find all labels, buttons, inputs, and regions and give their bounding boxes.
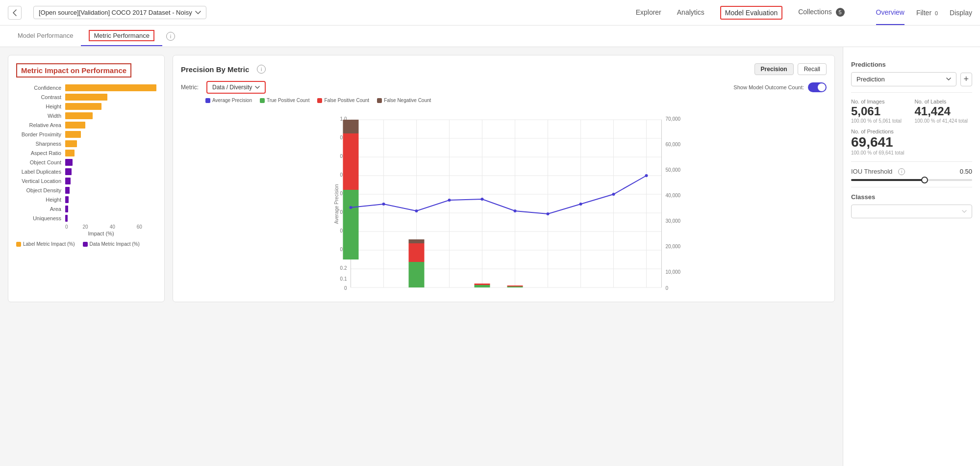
prediction-row: Prediction + (851, 72, 972, 86)
bar-row-label-duplicates: Label Duplicates (16, 168, 156, 175)
svg-text:0.010: 0.010 (345, 291, 356, 292)
svg-rect-45 (409, 239, 425, 243)
svg-point-57 (514, 209, 517, 212)
svg-text:Average Precision: Average Precision (334, 184, 339, 224)
iou-slider-fill (851, 179, 924, 181)
svg-point-55 (448, 199, 451, 202)
svg-text:30,000: 30,000 (666, 218, 681, 224)
svg-point-52 (350, 206, 352, 209)
tab-filter[interactable]: Filter 0 (916, 1, 938, 25)
svg-text:10,000: 10,000 (666, 269, 681, 275)
collections-badge: 5 (836, 8, 845, 17)
svg-text:20,000: 20,000 (666, 244, 681, 249)
svg-rect-49 (475, 285, 490, 287)
sub-tab-model-performance[interactable]: Model Performance (10, 26, 81, 46)
content-area: Metric Impact on Performance Confidence … (0, 47, 843, 466)
iou-info-icon[interactable]: i (898, 168, 905, 175)
nav-analytics[interactable]: Analytics (677, 0, 704, 25)
outcome-count-toggle[interactable] (808, 82, 827, 92)
svg-text:0.045: 0.045 (575, 291, 586, 292)
charts-row: Metric Impact on Performance Confidence … (8, 55, 835, 302)
precision-title: Precision By Metric (181, 65, 249, 74)
svg-point-54 (415, 209, 418, 212)
bar-row-height: Height (16, 103, 156, 110)
precision-buttons: Precision Recall (754, 63, 827, 75)
classes-dropdown[interactable]: ​ (851, 205, 972, 218)
nav-collections[interactable]: Collections 5 (798, 0, 844, 26)
bar-row-height2: Height (16, 196, 156, 203)
labels-stat: No. of Labels 41,424 100.00 % of 41,424 … (915, 99, 973, 124)
svg-text:60,000: 60,000 (666, 142, 681, 147)
tab-display[interactable]: Display (950, 1, 972, 25)
svg-text:0.030: 0.030 (477, 291, 488, 292)
bar-row-object-count: Object Count (16, 159, 156, 166)
svg-text:0.1: 0.1 (340, 276, 347, 282)
add-prediction-button[interactable]: + (960, 73, 972, 86)
iou-slider-thumb[interactable] (921, 177, 928, 183)
precision-panel: Precision By Metric i Precision Recall M… (173, 55, 835, 302)
right-sidebar: Predictions Prediction + No. of Images 5… (843, 47, 980, 466)
precision-header: Precision By Metric i Precision Recall (181, 63, 827, 75)
metric-impact-title: Metric Impact on Performance (16, 63, 131, 78)
svg-rect-44 (343, 190, 359, 259)
bar-row-area: Area (16, 206, 156, 212)
toggle-knob (818, 83, 826, 91)
bar-row-contrast: Contrast (16, 94, 156, 101)
svg-text:0.020: 0.020 (411, 291, 422, 292)
info-icon[interactable]: i (166, 32, 175, 41)
svg-text:0.050: 0.050 (608, 291, 619, 292)
svg-point-60 (612, 193, 615, 196)
main-header: [Open source][Validation] COCO 2017 Data… (0, 0, 980, 26)
precision-info-icon[interactable]: i (257, 65, 266, 74)
chart-legend: Average Precision True Positive Count Fa… (205, 98, 827, 103)
svg-text:0: 0 (666, 285, 669, 291)
divider-3 (851, 187, 972, 187)
divider-2 (851, 161, 972, 162)
nav-links: Explorer Analytics Model Evaluation Coll… (636, 0, 845, 26)
sub-header: Model Performance Metric Performance i (0, 26, 980, 47)
sub-tab-metric-performance[interactable]: Metric Performance (81, 26, 162, 46)
svg-rect-42 (343, 120, 359, 133)
divider-1 (851, 92, 972, 93)
svg-text:40,000: 40,000 (666, 193, 681, 198)
nav-explorer[interactable]: Explorer (636, 0, 661, 25)
legend-data-metric: Data Metric Impact (%) (83, 241, 140, 247)
svg-text:0.060: 0.060 (656, 291, 667, 292)
main-layout: Metric Impact on Performance Confidence … (0, 47, 980, 466)
iou-row: IOU Threshold i 0.50 (851, 168, 972, 175)
metric-impact-legend: Label Metric Impact (%) Data Metric Impa… (16, 241, 156, 247)
svg-text:0.015: 0.015 (378, 291, 389, 292)
svg-text:0.2: 0.2 (340, 265, 347, 271)
iou-slider-track (851, 179, 972, 181)
bar-row-vertical-location: Vertical Location (16, 178, 156, 184)
svg-text:0.055: 0.055 (641, 291, 652, 292)
bar-row-uniqueness: Uniqueness (16, 215, 156, 222)
nav-model-evaluation[interactable]: Model Evaluation (720, 6, 782, 20)
recall-button[interactable]: Recall (798, 63, 827, 75)
metric-dropdown[interactable]: Data / Diversity (206, 81, 266, 94)
precision-chart-container: 1.0 0.9 0.8 0.7 0.6 0.5 0.4 0.3 0.2 0.1 … (181, 106, 827, 294)
svg-text:50,000: 50,000 (666, 167, 681, 173)
metric-row: Metric: Data / Diversity Show Model Outc… (181, 81, 827, 94)
tab-overview[interactable]: Overview (876, 0, 905, 25)
back-button[interactable] (8, 6, 22, 20)
svg-rect-43 (343, 133, 359, 190)
svg-rect-48 (475, 284, 490, 285)
bar-row-sharpness: Sharpness (16, 140, 156, 147)
bar-row-aspect-ratio: Aspect Ratio (16, 150, 156, 156)
predictions-section-title: Predictions (851, 61, 972, 68)
classes-label: Classes (851, 193, 972, 201)
right-tabs: Overview Filter 0 Display (876, 0, 972, 25)
bar-row-relative-area: Relative Area (16, 122, 156, 129)
precision-svg: 1.0 0.9 0.8 0.7 0.6 0.5 0.4 0.3 0.2 0.1 … (181, 106, 827, 292)
bar-row-confidence: Confidence (16, 84, 156, 91)
dataset-selector[interactable]: [Open source][Validation] COCO 2017 Data… (33, 6, 206, 19)
predictions-dropdown[interactable]: Prediction (851, 72, 956, 86)
impact-axis-title: Impact (%) (46, 231, 156, 236)
svg-rect-51 (507, 286, 523, 287)
metric-impact-chart: Confidence Contrast Height Width (16, 84, 156, 222)
precision-button[interactable]: Precision (754, 63, 794, 75)
bar-row-width: Width (16, 112, 156, 119)
predictions-stat: No. of Predictions 69,641 100.00 % of 69… (851, 129, 972, 155)
svg-text:0.035: 0.035 (509, 291, 521, 292)
